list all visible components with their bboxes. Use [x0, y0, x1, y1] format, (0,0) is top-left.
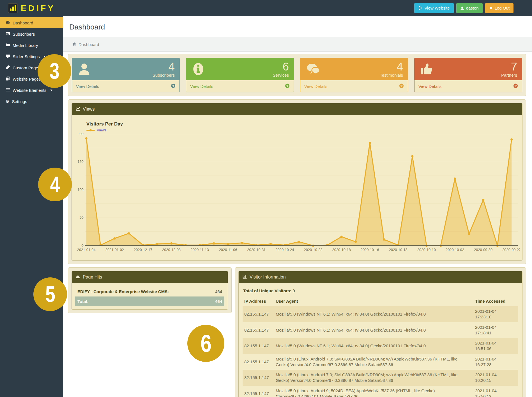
svg-text:100: 100 — [77, 188, 84, 192]
user-icon — [460, 6, 464, 10]
annotation-circle-6: 6 — [187, 325, 224, 362]
edify-logo-icon — [8, 3, 18, 13]
svg-text:2020-09-30: 2020-09-30 — [474, 248, 492, 252]
chart-legend-views[interactable]: Views — [86, 128, 106, 132]
stat-label: Subscribers — [153, 73, 175, 77]
visitor-time-accessed: 2021-01-04 17:18:41 — [473, 322, 518, 338]
stat-label: Partners — [501, 73, 517, 77]
stat-card-partners: 7 Partners View Details — [414, 58, 522, 92]
topbar: EDIFY View Website easton Log Out — [0, 0, 532, 16]
visitor-ip: 82.155.1.147 — [243, 322, 274, 338]
views-panel-header: Views — [72, 103, 522, 115]
sidebar-item-media-library[interactable]: Media Library — [0, 40, 63, 51]
page-hits-total-row: Total: 464 — [75, 296, 224, 306]
table-row: 82.155.1.147 Mozilla/5.0 (Linux; Android… — [243, 370, 518, 386]
stats-row: 4 Subscribers View Details 6 Services — [68, 54, 526, 96]
svg-text:200: 200 — [77, 133, 84, 136]
breadcrumb: Dashboard — [63, 37, 532, 52]
visitor-info-panel: Visitor Information Total of Unique Visi… — [238, 271, 522, 397]
views-panel-body: Visitors Per Day Views 0501001502002021-… — [72, 115, 522, 260]
visitor-time-accessed: 2021-01-04 16:27:28 — [473, 354, 518, 370]
stat-value: 7 — [501, 61, 517, 72]
arrow-circle-right-icon — [399, 83, 404, 89]
sidebar-item-subscribers[interactable]: Subscribers — [0, 28, 63, 40]
stat-label: Testimonials — [380, 73, 403, 77]
thumbs-up-icon — [419, 62, 434, 76]
table-row: 82.155.1.147 Mozilla/5.0 (Windows NT 6.1… — [243, 338, 518, 354]
page-hits-wrapper: Page Hits EDIFY - Corporate & Enterprise… — [68, 267, 232, 313]
visitor-user-agent: Mozilla/5.0 (Linux; Android 9; 5024D_EEA… — [274, 386, 473, 397]
folder-icon — [6, 43, 10, 48]
svg-text:2020-12-08: 2020-12-08 — [162, 248, 181, 252]
col-header-time-accessed: Time Accessed — [473, 297, 518, 306]
page-hits-header: Page Hits — [72, 271, 228, 283]
app-logo: EDIFY — [0, 3, 55, 13]
svg-text:2020-10-02: 2020-10-02 — [446, 248, 464, 252]
stat-card-subscribers: 4 Subscribers View Details — [72, 58, 180, 92]
svg-text:2020-11-13: 2020-11-13 — [191, 248, 209, 252]
user-button[interactable]: easton — [456, 3, 483, 13]
unique-visitors-total: Total of Unique Visitors: 9 — [243, 288, 518, 293]
visitor-time-accessed: 2021-01-04 16:20:15 — [473, 370, 518, 386]
svg-text:2020-12-17: 2020-12-17 — [134, 248, 152, 252]
table-row: 82.155.1.147 Mozilla/5.0 (Linux; Android… — [243, 386, 518, 397]
svg-text:50: 50 — [79, 215, 83, 220]
arrow-circle-right-icon — [513, 83, 518, 89]
page-hits-panel: Page Hits EDIFY - Corporate & Enterprise… — [72, 271, 228, 310]
stat-card-testimonials: 4 Testimonials View Details — [300, 58, 408, 92]
sidebar-item-settings[interactable]: ⚙ Settings — [0, 96, 63, 107]
svg-text:0: 0 — [82, 243, 84, 248]
visitor-user-agent: Mozilla/5.0 (Linux; Android 7.0; SM-G892… — [274, 354, 473, 370]
bar-chart-icon — [243, 274, 247, 280]
view-website-button[interactable]: View Website — [414, 3, 453, 13]
legend-label: Views — [97, 128, 106, 132]
copy-icon — [6, 76, 10, 82]
logout-button[interactable]: Log Out — [485, 3, 513, 13]
stat-card-services: 6 Services View Details — [186, 58, 294, 92]
views-panel-wrapper: Views Visitors Per Day Views 05010015020… — [68, 99, 526, 264]
svg-text:2021-01-02: 2021-01-02 — [105, 248, 124, 252]
svg-text:2020-10-31: 2020-10-31 — [247, 248, 266, 252]
view-details-link[interactable]: View Details — [414, 80, 522, 92]
visitor-time-accessed: 2021-01-04 16:51:06 — [473, 338, 518, 354]
visitor-table: IP Address User Agent Time Accessed 82.1… — [243, 297, 518, 397]
visitor-info-wrapper: Visitor Information Total of Unique Visi… — [235, 267, 526, 397]
table-row: 82.155.1.147 Mozilla/5.0 (Windows NT 6.1… — [243, 306, 518, 322]
content-area: 4 Subscribers View Details 6 Services — [63, 52, 532, 397]
legend-line-marker-icon — [86, 129, 95, 131]
view-details-link[interactable]: View Details — [300, 80, 408, 92]
page-hits-row: EDIFY - Corporate & Enterprise Website C… — [75, 286, 224, 296]
page-hits-body: EDIFY - Corporate & Enterprise Website C… — [72, 283, 228, 309]
comments-icon — [305, 62, 320, 76]
visitor-user-agent: Mozilla/5.0 (Windows NT 6.1; Win64; x64;… — [274, 338, 473, 354]
page-title: Dashboard — [63, 16, 532, 37]
view-details-link[interactable]: View Details — [186, 80, 294, 92]
annotation-circle-5: 5 — [33, 277, 67, 311]
stat-label: Services — [273, 73, 289, 77]
stat-value: 4 — [153, 61, 175, 72]
annotation-circle-3: 3 — [38, 54, 71, 88]
svg-text:2020-10-18: 2020-10-18 — [332, 248, 351, 252]
breadcrumb-label: Dashboard — [79, 42, 99, 47]
external-link-icon — [418, 6, 422, 10]
edit-icon — [6, 65, 10, 70]
view-details-link[interactable]: View Details — [72, 80, 180, 92]
svg-text:2020-11-06: 2020-11-06 — [219, 248, 237, 252]
visitor-ip: 82.155.1.147 — [243, 338, 274, 354]
newspaper-icon — [6, 31, 10, 37]
bottom-row: Page Hits EDIFY - Corporate & Enterprise… — [68, 267, 526, 397]
svg-text:2021-01-04: 2021-01-04 — [77, 248, 96, 252]
svg-text:150: 150 — [77, 159, 84, 164]
visitor-info-body: Total of Unique Visitors: 9 IP Address U… — [239, 283, 522, 397]
visitors-per-day-chart: 0501001502002021-01-042021-01-022020-12-… — [74, 133, 520, 253]
table-row: 82.155.1.147 Mozilla/5.0 (Linux; Android… — [243, 354, 518, 370]
views-panel: Views Visitors Per Day Views 05010015020… — [72, 103, 522, 261]
sidebar-item-dashboard[interactable]: Dashboard — [0, 17, 63, 28]
visitor-time-accessed: 2021-01-04 17:23:10 — [473, 306, 518, 322]
chevron-down-icon — [50, 90, 52, 91]
monitor-icon — [6, 54, 10, 59]
stat-value: 4 — [380, 61, 403, 72]
arrow-circle-right-icon — [171, 83, 176, 89]
annotation-circle-4: 4 — [38, 168, 72, 201]
col-header-ip: IP Address — [243, 297, 274, 306]
